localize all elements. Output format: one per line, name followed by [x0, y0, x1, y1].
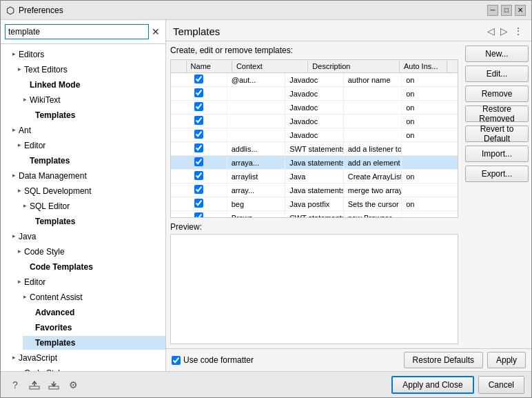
sidebar-item-ant[interactable]: ▸ Ant [6, 123, 165, 137]
sidebar-item-label: Text Editors [24, 63, 68, 76]
nav-forward-button[interactable]: ▷ [499, 24, 509, 38]
toggle-icon: ▸ [20, 292, 30, 302]
maximize-button[interactable]: □ [501, 5, 512, 16]
row-checkbox-cell[interactable] [171, 73, 227, 87]
sidebar-item-editors[interactable]: ▸ Editors [6, 48, 165, 61]
table-row[interactable]: @aut... Javadoc author name on [171, 73, 458, 87]
row-checkbox-cell[interactable] [171, 170, 227, 183]
sidebar-item-code-templates[interactable]: Code Templates [17, 260, 165, 274]
use-code-formatter-checkbox[interactable] [172, 356, 181, 365]
table-row[interactable]: beg Java postfix Sets the cursor to... o… [171, 197, 458, 211]
col-header-description[interactable]: Description [308, 60, 400, 73]
help-button[interactable]: ? [8, 377, 23, 392]
close-button[interactable]: ✕ [515, 5, 526, 16]
table-scroll[interactable]: @aut... Javadoc author name on Javadoc o… [171, 73, 458, 217]
row-checkbox[interactable] [194, 130, 203, 139]
row-checkbox[interactable] [194, 74, 203, 83]
toggle-icon: ▸ [9, 126, 19, 135]
row-checkbox-cell[interactable] [171, 101, 227, 115]
edit-button[interactable]: Edit... [465, 66, 529, 82]
col-header-name[interactable]: Name [186, 60, 232, 73]
row-checkbox-cell[interactable] [171, 115, 227, 128]
table-row[interactable]: Brows... SWT statements new Browser [171, 211, 458, 218]
sidebar-item-templates-ant[interactable]: Templates [17, 154, 165, 168]
table-row[interactable]: Javadoc on [171, 115, 458, 128]
list-item: ▸ Text Editors [1, 62, 165, 77]
list-item: ▸ SQL Development [1, 183, 165, 199]
row-checkbox[interactable] [194, 102, 203, 111]
sidebar-item-code-style[interactable]: ▸ Code Style [12, 245, 165, 259]
sidebar-item-editor-ant[interactable]: ▸ Editor [12, 139, 165, 152]
search-clear-button[interactable]: ✕ [150, 27, 161, 37]
row-checkbox[interactable] [194, 88, 203, 97]
sidebar-item-wikitext[interactable]: ▸ WikiText [17, 93, 165, 107]
table-row[interactable]: arraylist Java Create ArrayList on [171, 170, 458, 183]
row-checkbox-cell[interactable] [171, 87, 227, 101]
sidebar-item-templates-java[interactable]: Templates [23, 336, 165, 350]
sidebar-item-javascript[interactable]: ▸ JavaScript [6, 351, 165, 365]
table-row[interactable]: arraya... Java statements add an element… [171, 156, 458, 170]
preview-box[interactable] [170, 234, 458, 344]
row-context: Javadoc [285, 128, 344, 142]
table-row[interactable]: array... Java statements merge two array… [171, 183, 458, 197]
row-checkbox-cell[interactable] [171, 156, 227, 170]
new-button[interactable]: New... [465, 46, 529, 62]
apply-button[interactable]: Apply [487, 352, 526, 368]
table-row[interactable]: Javadoc on [171, 87, 458, 101]
row-checkbox[interactable] [194, 116, 203, 125]
row-name: arraylist [227, 170, 285, 183]
footer: ? ⚙ Apply and Close Cancel [1, 371, 531, 397]
row-checkbox[interactable] [194, 185, 203, 194]
row-checkbox-cell[interactable] [171, 197, 227, 211]
import-prefs-button[interactable] [46, 377, 61, 392]
table-row[interactable]: addlis... SWT statements add a listener … [171, 142, 458, 156]
row-description [343, 115, 402, 128]
sidebar-item-text-editors[interactable]: ▸ Text Editors [12, 63, 165, 77]
restore-defaults-button[interactable]: Restore Defaults [404, 352, 483, 368]
sidebar-item-content-assist[interactable]: ▸ Content Assist [17, 290, 165, 304]
remove-button[interactable]: Remove [465, 86, 529, 102]
sidebar-item-linked-mode[interactable]: Linked Mode [17, 78, 165, 92]
sidebar-item-label: Editors [19, 48, 44, 61]
table-row[interactable]: Javadoc on [171, 101, 458, 115]
right-header: Templates ◁ ▷ ⋮ [166, 20, 531, 41]
row-checkbox-cell[interactable] [171, 183, 227, 197]
row-checkbox[interactable] [194, 143, 203, 152]
row-checkbox-cell[interactable] [171, 128, 227, 142]
search-input[interactable] [5, 24, 149, 39]
table-row[interactable]: Javadoc on [171, 128, 458, 142]
cancel-button[interactable]: Cancel [478, 376, 524, 394]
apply-and-close-button[interactable]: Apply and Close [391, 376, 473, 394]
import-button[interactable]: Import... [465, 146, 529, 162]
row-checkbox[interactable] [194, 199, 203, 208]
minimize-button[interactable]: ─ [487, 5, 498, 16]
row-checkbox-cell[interactable] [171, 142, 227, 156]
row-checkbox[interactable] [194, 157, 203, 166]
export-prefs-button[interactable] [27, 377, 42, 392]
export-button[interactable]: Export... [465, 166, 529, 182]
sidebar-item-favorites[interactable]: Favorites [23, 321, 165, 335]
sidebar-item-data-mgmt[interactable]: ▸ Data Management [6, 169, 165, 183]
sidebar-item-label: Code Style [24, 246, 65, 258]
toggle-icon: ▸ [20, 201, 30, 211]
row-checkbox[interactable] [194, 212, 203, 217]
sidebar-item-code-style-js[interactable]: ▸ Code Style [12, 366, 165, 371]
sidebar-item-advanced[interactable]: Advanced [23, 306, 165, 319]
nav-back-button[interactable]: ◁ [486, 24, 496, 38]
row-checkbox[interactable] [194, 171, 203, 180]
sidebar-item-java[interactable]: ▸ Java [6, 230, 165, 243]
restore-removed-button[interactable]: Restore Removed [465, 106, 529, 122]
col-header-context[interactable]: Context [232, 60, 307, 73]
revert-to-default-button[interactable]: Revert to Default [465, 126, 529, 142]
col-header-scroll [447, 60, 458, 73]
sidebar-item-editor-java[interactable]: ▸ Editor [12, 275, 165, 289]
nav-more-button[interactable]: ⋮ [512, 24, 524, 38]
row-checkbox-cell[interactable] [171, 211, 227, 218]
sidebar-item-templates-sql[interactable]: Templates [23, 215, 165, 228]
sidebar-item-sql-editor[interactable]: ▸ SQL Editor [17, 199, 165, 213]
col-header-auto[interactable]: Auto Ins... [399, 60, 447, 73]
sidebar-item-templates-wikitext[interactable]: Templates [23, 108, 165, 122]
sidebar-item-sql-dev[interactable]: ▸ SQL Development [12, 184, 165, 198]
sidebar-item-label: Favorites [35, 321, 72, 334]
settings-button[interactable]: ⚙ [65, 377, 81, 392]
